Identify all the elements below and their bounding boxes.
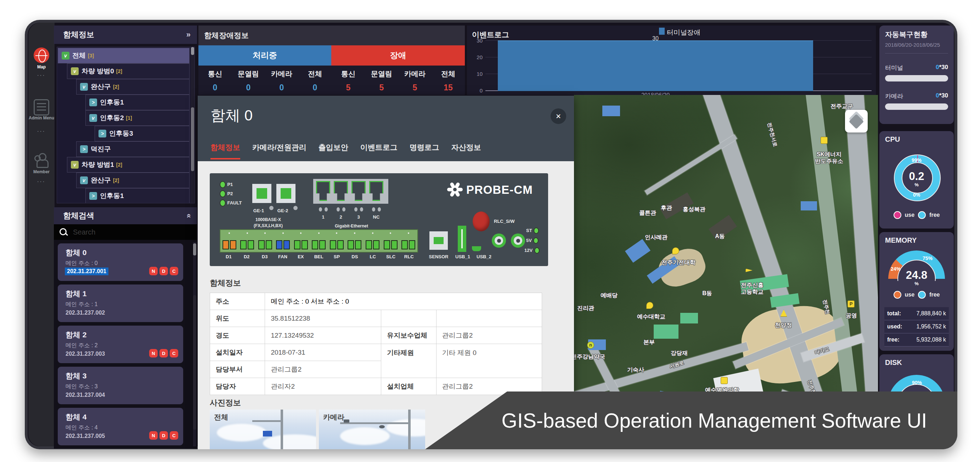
page: Map ... Admin Menu ... Member ... 함체정보 »…: [0, 0, 980, 462]
tree-item[interactable]: > 인후동1: [85, 95, 189, 110]
tree-item[interactable]: v 인후동2[1]: [85, 110, 189, 126]
gauge-legend: use free: [880, 291, 954, 299]
fault-col: 전체15: [431, 65, 465, 92]
expand-icon[interactable]: >: [89, 99, 97, 106]
expand-icon[interactable]: >: [99, 130, 106, 137]
map-globe-icon[interactable]: [29, 48, 54, 64]
use-dot: [894, 211, 901, 219]
list-scrollbar[interactable]: [193, 242, 196, 446]
section-title: 사진정보: [210, 398, 241, 408]
tree: v 전체[3] v 차량 방범0[2] v 완산구[2] > 인후동1 v 인후…: [57, 47, 195, 203]
tab-access-security[interactable]: 출입보안: [318, 142, 348, 159]
rlc-switch-button[interactable]: [473, 212, 490, 231]
cpu-card: CPU 99% 0% 0.2 % use free: [880, 131, 954, 228]
map-building: [654, 325, 678, 339]
tree-item[interactable]: v 차량 방범1[2]: [67, 157, 189, 172]
list-item[interactable]: 함체 4 메인 주소 : 4 202.31.237.005 N D C: [58, 408, 183, 445]
road-label: 전주천서로: [766, 122, 779, 148]
tree-item[interactable]: v 차량 방범0[2]: [67, 64, 189, 79]
list-item[interactable]: 함체 1 메인 주소 : 1 202.31.237.002: [58, 285, 183, 322]
tab-event-log[interactable]: 이벤트로그: [360, 142, 398, 159]
map-building: [602, 105, 620, 116]
close-button[interactable]: ✕: [550, 108, 566, 124]
nav-more-member[interactable]: ...: [29, 178, 54, 183]
list-item[interactable]: 함체 3 메인 주소 : 3 202.31.237.004: [58, 367, 183, 404]
enclosure-info-table: 주소 메인 주소 : 0 서브 주소 : 0 위도 35.81512238 경도…: [210, 293, 542, 395]
nav-rail: Map ... Admin Menu ... Member ...: [29, 23, 54, 446]
section-title: 함체정보: [210, 278, 241, 288]
tree-item[interactable]: > 인후동1: [85, 188, 189, 203]
tree-scrollbar[interactable]: [191, 47, 194, 203]
terminal-pair: [366, 240, 379, 249]
photo-overall[interactable]: 전체: [210, 409, 316, 449]
nav-more-map[interactable]: ...: [29, 72, 54, 76]
member-icon[interactable]: [29, 153, 54, 168]
fault-header: 장애: [331, 45, 465, 65]
map-label: 콜튼관: [639, 209, 656, 216]
rj45-port: [369, 181, 383, 201]
tab-command-log[interactable]: 명령로그: [410, 142, 439, 159]
bar-terminal-fault[interactable]: [498, 40, 813, 91]
ip-address: 202.31.237.005: [65, 433, 105, 439]
checkbox-icon[interactable]: v: [80, 177, 88, 184]
rj45-port: [334, 181, 348, 201]
nav-item-member[interactable]: Member: [29, 169, 54, 174]
tree-item[interactable]: > 덕진구: [76, 141, 189, 157]
nav-item-admin-menu[interactable]: Admin Menu: [29, 116, 54, 121]
ip-address[interactable]: 202.31.237.001: [65, 268, 108, 275]
card-title: DISK: [885, 358, 902, 367]
memory-card: MEMORY 24% 75% 24.8 % use free total:7,8…: [880, 232, 954, 351]
card-title: MEMORY: [885, 236, 916, 244]
gauge-legend: use free: [880, 211, 954, 219]
map-road: [644, 135, 737, 195]
fault-col: 카메라5: [398, 65, 431, 92]
tree-item[interactable]: v 완산구[2]: [76, 79, 189, 95]
recovery-value: 0*30: [936, 64, 948, 71]
checkbox-icon[interactable]: v: [80, 83, 88, 91]
ge2-led: [293, 206, 298, 210]
divider: [885, 53, 948, 54]
tab-asset-info[interactable]: 자산정보: [451, 142, 481, 159]
ge1-port: [252, 184, 271, 203]
list-item[interactable]: 함체 2 메인 주소 : 2 202.31.237.003 N D C: [58, 326, 183, 363]
rj45-block: [313, 179, 388, 204]
checkbox-icon[interactable]: v: [62, 52, 70, 59]
checkbox-icon[interactable]: v: [71, 67, 79, 75]
fault-col: 통신0: [199, 65, 232, 92]
checkbox-icon[interactable]: v: [89, 114, 97, 122]
tree-item[interactable]: v 완산구[2]: [76, 172, 189, 188]
list-item[interactable]: 함체 0 메인 주소 : 0 202.31.237.001 N D C: [58, 244, 183, 281]
brand-logo-icon: [446, 181, 463, 198]
nav-more-admin[interactable]: ...: [29, 127, 54, 132]
fault-panel-title: 함체장애정보: [204, 30, 249, 40]
app-frame: Map ... Admin Menu ... Member ... 함체정보 »…: [25, 20, 957, 449]
led-p1: P1: [220, 181, 233, 188]
nav-item-map[interactable]: Map: [29, 64, 54, 69]
collapse-up-icon[interactable]: »: [184, 213, 193, 218]
tab-enclosure-info[interactable]: 함체정보: [210, 142, 240, 159]
tree-item[interactable]: > 인후동3: [95, 126, 189, 141]
status-badges: N D C: [149, 349, 178, 357]
progress-bar: [885, 104, 948, 110]
memory-stat-row: used:1,956,752 k: [885, 320, 949, 333]
admin-menu-icon[interactable]: [29, 99, 54, 116]
rj45-port: [316, 181, 330, 201]
tab-camera-power[interactable]: 카메라/전원관리: [252, 142, 307, 159]
photo-camera[interactable]: 카메라: [319, 409, 425, 449]
expand-icon[interactable]: >: [89, 192, 97, 200]
port-leds: [354, 207, 363, 212]
table-row: 담당자 관리자2 설치업체 관리그룹2: [210, 378, 542, 395]
gas-station-icon: [821, 137, 828, 144]
led-5v: 5V: [526, 237, 539, 244]
map-label: A동: [715, 233, 725, 239]
checkbox-icon[interactable]: v: [71, 161, 79, 169]
map-building: [801, 201, 817, 210]
tree-item[interactable]: v 전체[3]: [58, 48, 189, 64]
search-input[interactable]: [72, 226, 191, 239]
map-layers-button[interactable]: [845, 110, 868, 132]
modal-tabs: 함체정보 카메라/전원관리 출입보안 이벤트로그 명령로그 자산정보: [210, 142, 481, 159]
collapse-right-icon[interactable]: »: [186, 30, 191, 39]
parking-icon: P: [848, 300, 854, 307]
ip-address: 202.31.237.002: [65, 310, 105, 316]
expand-icon[interactable]: >: [80, 145, 88, 153]
